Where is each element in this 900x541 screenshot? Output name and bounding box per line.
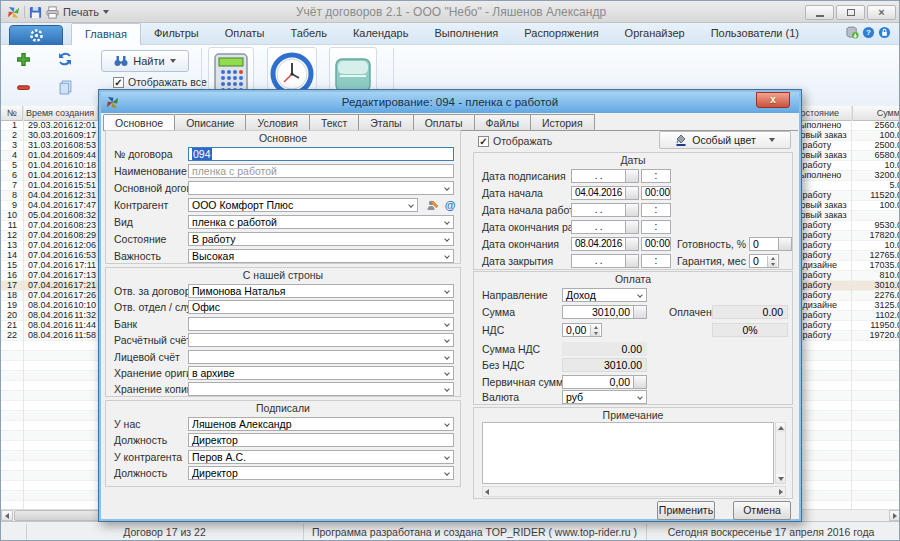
field-select[interactable]: в архиве bbox=[188, 366, 454, 380]
special-color-button[interactable]: Особый цвет bbox=[659, 131, 791, 149]
date-input[interactable]: 08.04.2016 bbox=[571, 237, 626, 251]
vat-spinner[interactable] bbox=[590, 325, 600, 336]
date-picker-button[interactable] bbox=[626, 186, 639, 200]
time-input[interactable]: 00:00 bbox=[641, 237, 671, 251]
field-input[interactable]: пленка с работой bbox=[188, 164, 454, 178]
ribbon-tab-8[interactable]: Пользователи (1) bbox=[698, 23, 812, 45]
field-select[interactable]: Перов А.С. bbox=[188, 450, 454, 464]
field-select[interactable] bbox=[188, 350, 454, 364]
warranty-input[interactable]: 0 bbox=[749, 254, 779, 268]
time-input[interactable]: : bbox=[641, 254, 671, 268]
sum-calc-button[interactable] bbox=[634, 305, 647, 319]
card-file-icon bbox=[333, 54, 373, 94]
dialog-tab-3[interactable]: Текст bbox=[310, 114, 359, 131]
field-input[interactable]: Директор bbox=[188, 433, 454, 447]
dialog-tab-5[interactable]: Оплаты bbox=[414, 114, 475, 131]
copy-button[interactable] bbox=[55, 77, 75, 97]
sum-input[interactable]: 3010,00 bbox=[562, 305, 634, 319]
note-hscrollbar[interactable] bbox=[482, 486, 786, 497]
ribbon-tab-3[interactable]: Табель bbox=[278, 23, 340, 45]
print-button-label[interactable]: Печать bbox=[63, 6, 99, 18]
show-all-checkbox[interactable]: ✓ Отображать все bbox=[113, 76, 207, 88]
vat-input[interactable]: 0,00 bbox=[562, 323, 602, 337]
readiness-input[interactable]: 0 bbox=[749, 237, 779, 251]
field-select[interactable]: Пимонова Наталья bbox=[188, 284, 454, 298]
readiness-button[interactable] bbox=[779, 237, 792, 251]
currency-select[interactable]: руб bbox=[562, 390, 647, 404]
database-backup-icon[interactable] bbox=[846, 26, 859, 39]
dialog-tab-2[interactable]: Условия bbox=[246, 114, 309, 131]
date-picker-button[interactable] bbox=[626, 203, 639, 217]
field-select[interactable] bbox=[188, 382, 454, 396]
date-picker-button[interactable] bbox=[626, 169, 639, 183]
minus-icon bbox=[16, 80, 31, 95]
date-input[interactable]: . . bbox=[571, 203, 626, 217]
print-icon[interactable] bbox=[46, 6, 59, 19]
field-select[interactable] bbox=[188, 333, 454, 347]
date-picker-button[interactable] bbox=[626, 237, 639, 251]
note-vscrollbar[interactable] bbox=[775, 422, 786, 484]
email-icon[interactable]: @ bbox=[442, 198, 458, 212]
scroll-up-button[interactable] bbox=[776, 423, 785, 432]
ribbon-tab-7[interactable]: Органайзер bbox=[612, 23, 698, 45]
field-select[interactable]: ООО Комфорт Плюс bbox=[188, 198, 418, 212]
date-input[interactable]: . . bbox=[571, 169, 626, 183]
dialog-close-button[interactable]: x bbox=[756, 92, 790, 108]
lock-icon[interactable] bbox=[878, 26, 891, 39]
date-input[interactable]: 04.04.2016 bbox=[571, 186, 626, 200]
column-header-created[interactable]: Время создания bbox=[23, 106, 98, 121]
primary-sum-calc-button[interactable] bbox=[634, 375, 647, 389]
date-picker-button[interactable] bbox=[626, 220, 639, 234]
ribbon-tab-6[interactable]: Распоряжения bbox=[511, 23, 611, 45]
field-select[interactable] bbox=[188, 181, 454, 195]
dialog-tab-1[interactable]: Описание bbox=[175, 114, 246, 131]
app-menu-button[interactable] bbox=[9, 25, 63, 46]
dialog-tab-4[interactable]: Этапы bbox=[359, 114, 413, 131]
date-picker-button[interactable] bbox=[626, 254, 639, 268]
maximize-button[interactable] bbox=[836, 5, 865, 20]
time-input[interactable]: : bbox=[641, 203, 671, 217]
field-select[interactable]: Высокая bbox=[188, 249, 454, 263]
scroll-right-button[interactable] bbox=[889, 510, 900, 521]
help-icon[interactable]: ? bbox=[862, 26, 875, 39]
column-header-num[interactable]: № bbox=[1, 106, 23, 121]
scroll-down-button[interactable] bbox=[776, 474, 785, 483]
save-icon[interactable] bbox=[29, 6, 42, 19]
field-select[interactable]: Директор bbox=[188, 466, 454, 480]
field-input[interactable]: 094 bbox=[188, 147, 454, 161]
time-input[interactable]: 00:00 bbox=[641, 186, 671, 200]
field-select[interactable]: Ляшенов Александр bbox=[188, 417, 454, 431]
ribbon-tab-1[interactable]: Фильтры bbox=[141, 23, 212, 45]
ribbon-tab-0[interactable]: Главная bbox=[71, 23, 141, 45]
delete-contract-button[interactable] bbox=[13, 77, 33, 97]
note-textarea[interactable] bbox=[482, 422, 774, 484]
field-select[interactable] bbox=[188, 317, 454, 331]
minimize-button[interactable] bbox=[805, 5, 834, 20]
cancel-button[interactable]: Отмена bbox=[733, 501, 791, 520]
ribbon-tab-2[interactable]: Оплаты bbox=[212, 23, 278, 45]
ribbon-tab-4[interactable]: Календарь bbox=[340, 23, 422, 45]
ribbon-tab-5[interactable]: Выполнения bbox=[421, 23, 511, 45]
close-button[interactable]: × bbox=[867, 5, 896, 20]
column-header-sum[interactable]: Сумма bbox=[853, 106, 900, 121]
time-input[interactable]: : bbox=[641, 169, 671, 183]
apply-button[interactable]: Применить bbox=[657, 501, 715, 520]
field-select[interactable]: В работу bbox=[188, 232, 454, 246]
find-button[interactable]: Найти bbox=[101, 50, 189, 72]
display-checkbox[interactable]: ✓ Отображать bbox=[478, 135, 552, 147]
date-input[interactable]: . . bbox=[571, 254, 626, 268]
extra-label: Гарантия, мес bbox=[677, 254, 746, 268]
contact-edit-icon[interactable] bbox=[424, 198, 440, 212]
field-select[interactable]: пленка с работой bbox=[188, 215, 454, 229]
add-contract-button[interactable] bbox=[13, 49, 33, 69]
spinner[interactable] bbox=[767, 256, 777, 267]
date-input[interactable]: . . bbox=[571, 220, 626, 234]
print-dropdown-caret[interactable] bbox=[103, 10, 109, 14]
direction-select[interactable]: Доход bbox=[562, 288, 647, 302]
field-input[interactable]: Офис bbox=[188, 300, 454, 314]
scroll-left-button[interactable] bbox=[1, 510, 13, 521]
time-input[interactable]: : bbox=[641, 220, 671, 234]
primary-sum-input[interactable]: 0,00 bbox=[562, 375, 634, 389]
refresh-button[interactable] bbox=[55, 49, 75, 69]
dialog-tab-0[interactable]: Основное bbox=[103, 114, 175, 131]
